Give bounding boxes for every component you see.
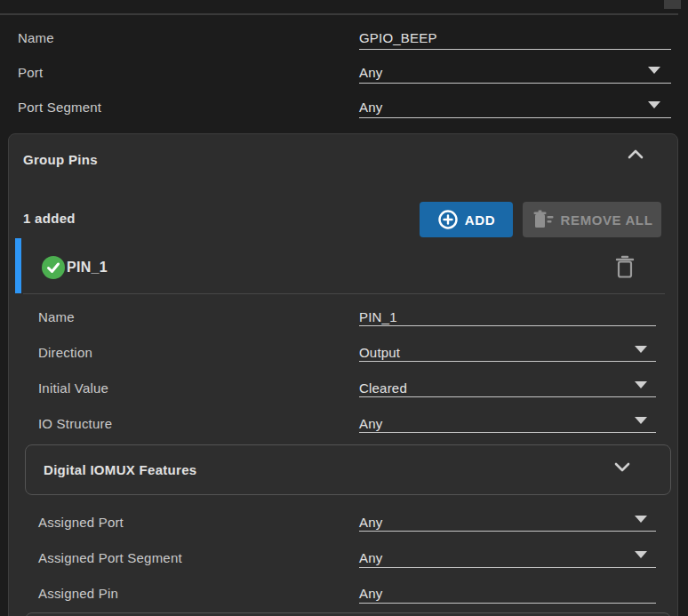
remove-all-button[interactable]: REMOVE ALL [523, 202, 661, 237]
pin-config-panel: Name GPIO_BEEP Port Any Port Segment Any… [0, 0, 688, 616]
io-structure-underline [359, 432, 656, 433]
pin-header: PIN_1 [67, 260, 108, 276]
chevron-down-icon[interactable] [613, 461, 631, 474]
initial-value-label: Initial Value [38, 380, 108, 397]
port-select-underline [359, 83, 671, 84]
pin-name-input[interactable]: PIN_1 [359, 308, 397, 326]
chevron-up-icon[interactable] [627, 148, 644, 160]
pin-header-divider [23, 293, 665, 294]
pin-name-label: Name [38, 308, 75, 326]
caret-down-icon[interactable] [635, 551, 647, 558]
remove-all-button-label: REMOVE ALL [561, 212, 653, 228]
trash-icon[interactable] [615, 255, 635, 280]
initial-value-select[interactable]: Cleared [359, 380, 407, 397]
assigned-pin-label: Assigned Pin [38, 585, 118, 603]
pin-name-underline [359, 325, 656, 326]
caret-down-icon[interactable] [648, 101, 660, 108]
check-circle-icon [42, 256, 65, 279]
direction-select[interactable]: Output [359, 344, 400, 362]
next-section-partial[interactable] [25, 612, 671, 616]
delete-sweep-icon [532, 210, 555, 229]
assigned-port-segment-underline [359, 567, 656, 568]
digital-iomux-features-section[interactable]: Digital IOMUX Features [25, 444, 671, 495]
add-button-label: ADD [465, 212, 495, 228]
plus-circle-icon [437, 209, 459, 230]
assigned-port-select[interactable]: Any [359, 514, 382, 532]
caret-down-icon[interactable] [635, 346, 647, 353]
port-label: Port [18, 64, 43, 82]
assigned-pin-input[interactable]: Any [359, 585, 382, 603]
initial-value-underline [359, 396, 656, 397]
added-count: 1 added [23, 211, 76, 226]
selection-bar [15, 238, 21, 293]
name-input-underline [359, 49, 671, 50]
assigned-port-segment-label: Assigned Port Segment [38, 549, 182, 567]
caret-down-icon[interactable] [635, 516, 647, 523]
port-segment-select-underline [359, 117, 671, 118]
port-segment-label: Port Segment [18, 99, 101, 116]
port-select[interactable]: Any [359, 64, 382, 82]
caret-down-icon[interactable] [648, 67, 660, 74]
assigned-port-underline [359, 531, 656, 532]
add-button[interactable]: ADD [420, 202, 513, 237]
digital-iomux-features-title: Digital IOMUX Features [44, 462, 196, 477]
assigned-port-segment-select[interactable]: Any [359, 549, 382, 567]
direction-underline [359, 361, 656, 362]
direction-label: Direction [38, 344, 92, 362]
port-segment-select[interactable]: Any [359, 99, 382, 116]
io-structure-select[interactable]: Any [359, 415, 382, 433]
name-input[interactable]: GPIO_BEEP [359, 29, 437, 47]
assigned-pin-underline [359, 603, 656, 604]
group-pins-title: Group Pins [23, 152, 98, 167]
io-structure-label: IO Structure [38, 415, 112, 433]
caret-down-icon[interactable] [635, 381, 647, 388]
caret-down-icon[interactable] [635, 417, 647, 424]
scrollbar-thumb[interactable] [664, 0, 681, 9]
assigned-port-label: Assigned Port [38, 514, 124, 532]
name-label: Name [18, 29, 54, 47]
top-divider [0, 13, 678, 15]
